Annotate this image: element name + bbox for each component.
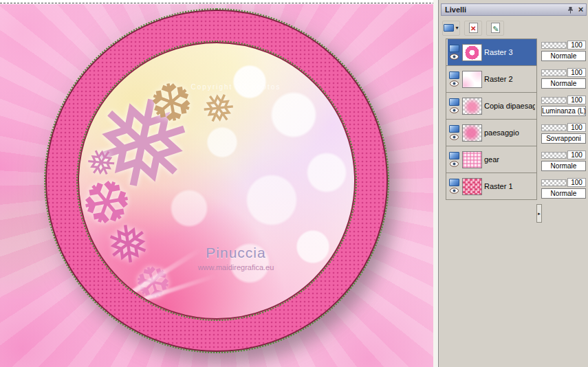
page-icon: ✕ <box>469 23 478 33</box>
layer-name[interactable]: Copia dipaesaggio <box>484 102 535 110</box>
layer-properties: 100 Normale <box>541 66 587 93</box>
blend-mode-select[interactable]: Normale <box>541 188 586 199</box>
visibility-eye-icon[interactable] <box>450 134 459 140</box>
pin-icon[interactable] <box>565 5 576 14</box>
opacity-slider[interactable] <box>541 42 567 49</box>
layer-thumbnail[interactable] <box>462 98 482 115</box>
new-layer-button[interactable]: ▾ <box>442 21 460 36</box>
selection-marquee <box>0 3 435 3</box>
blend-mode-select[interactable]: Luminanza (L) <box>541 106 586 116</box>
blend-mode-select[interactable]: Normale <box>541 161 586 171</box>
layer-type-icon <box>449 71 459 79</box>
layer-type-icon <box>449 152 459 159</box>
opacity-value[interactable]: 100 <box>567 151 586 159</box>
opacity-value[interactable]: 100 <box>567 123 586 132</box>
layer-thumbnail[interactable] <box>462 124 482 142</box>
layer-type-icon <box>449 179 459 186</box>
layer-icon-stack <box>448 98 460 113</box>
layer-icon-stack <box>448 179 460 194</box>
watermark-site: www.maidiregrafica.eu <box>167 263 305 271</box>
visibility-eye-icon[interactable] <box>450 80 459 87</box>
layer-properties-column: 100 Normale 100 Normale 100 Luminanza (L… <box>541 38 587 203</box>
layer-row-copia-dipaesaggio[interactable]: Copia dipaesaggio <box>446 93 536 120</box>
workspace-gap <box>433 0 438 367</box>
blend-mode-select[interactable]: Normale <box>541 78 586 89</box>
layer-properties: 100 Sovrapponi <box>541 121 587 148</box>
close-icon: × <box>578 5 584 14</box>
new-layer-icon <box>444 24 454 32</box>
layer-type-icon <box>449 45 459 52</box>
delete-layer-button[interactable]: ✕ <box>464 21 482 36</box>
layer-icon-stack <box>448 45 460 60</box>
layer-icon-stack <box>448 152 460 167</box>
layer-type-icon <box>449 125 459 133</box>
visibility-eye-icon[interactable] <box>450 161 459 167</box>
layers-list: Raster 3 Raster 2 Copia di <box>446 38 537 200</box>
edit-selection-button[interactable]: ✎ <box>486 21 504 36</box>
layer-properties: 100 Normale <box>541 176 587 203</box>
layers-toolbar: ▾ ✕ ✎ <box>442 20 504 36</box>
pushpin-icon <box>567 6 574 14</box>
layer-name[interactable]: gear <box>484 155 499 164</box>
layer-type-icon <box>449 98 459 106</box>
column-splitter-handle[interactable]: ► <box>536 204 542 223</box>
edit-pencil-icon: ✎ <box>492 25 499 33</box>
layer-row-raster-2[interactable]: Raster 2 <box>446 66 536 93</box>
page-icon: ✎ <box>491 23 500 33</box>
layer-name[interactable]: Raster 2 <box>484 75 513 83</box>
layer-icon-stack <box>448 71 460 87</box>
delete-x-icon: ✕ <box>470 25 476 32</box>
layer-name[interactable]: Raster 1 <box>484 182 513 190</box>
layer-row-raster-1[interactable]: Raster 1 <box>446 173 536 200</box>
opacity-value[interactable]: 100 <box>567 178 586 187</box>
layer-thumbnail[interactable] <box>462 178 482 195</box>
close-button[interactable]: × <box>576 5 586 14</box>
opacity-value[interactable]: 100 <box>567 68 586 77</box>
opacity-slider[interactable] <box>541 179 567 186</box>
pink-frame-ring: ❅ ❆ ❅ ❆ ❅ ❆ ❅ Copyright NC photos Pinucc… <box>45 10 388 352</box>
artwork-image[interactable]: ❅ ❆ ❅ ❆ ❅ ❆ ❅ Copyright NC photos Pinucc… <box>0 4 435 367</box>
layer-thumbnail[interactable] <box>462 151 482 168</box>
splitter-arrow-icon: ► <box>537 212 541 216</box>
layer-row-raster-3[interactable]: Raster 3 <box>446 39 536 66</box>
opacity-value[interactable]: 100 <box>567 41 586 49</box>
layer-row-paesaggio[interactable]: paesaggio <box>446 120 536 146</box>
visibility-eye-icon[interactable] <box>450 188 459 194</box>
panel-title: Livelli <box>442 5 565 14</box>
layer-name[interactable]: Raster 3 <box>484 48 513 56</box>
opacity-value[interactable]: 100 <box>567 96 586 104</box>
layer-row-gear[interactable]: gear <box>446 146 536 173</box>
artwork-inner-circle: ❅ ❆ ❅ ❆ ❅ ❆ ❅ Copyright NC photos Pinucc… <box>78 42 356 320</box>
layer-thumbnail[interactable] <box>462 44 482 61</box>
visibility-eye-icon[interactable] <box>450 107 459 113</box>
layer-properties: 100 Luminanza (L) <box>541 93 587 121</box>
layer-properties: 100 Normale <box>541 148 587 176</box>
copyright-watermark: Copyright NC photos <box>79 83 354 91</box>
blend-mode-select[interactable]: Sovrapponi <box>541 133 586 144</box>
watermark-name: Pinuccia <box>167 245 305 261</box>
chevron-down-icon: ▾ <box>455 25 458 31</box>
panel-titlebar[interactable]: Livelli × <box>441 3 587 16</box>
opacity-slider[interactable] <box>541 124 567 131</box>
visibility-eye-icon[interactable] <box>450 54 459 60</box>
layer-icon-stack <box>448 125 460 140</box>
canvas-area[interactable]: ❅ ❆ ❅ ❆ ❅ ❆ ❅ Copyright NC photos Pinucc… <box>0 0 435 367</box>
layer-thumbnail[interactable] <box>462 71 482 88</box>
layer-name[interactable]: paesaggio <box>484 129 519 137</box>
layers-palette: Livelli × ▾ ✕ ✎ <box>438 0 588 367</box>
opacity-slider[interactable] <box>541 152 567 159</box>
layer-properties: 100 Normale <box>541 38 587 66</box>
opacity-slider[interactable] <box>541 69 567 76</box>
blend-mode-select[interactable]: Normale <box>541 51 586 61</box>
opacity-slider[interactable] <box>541 97 567 104</box>
